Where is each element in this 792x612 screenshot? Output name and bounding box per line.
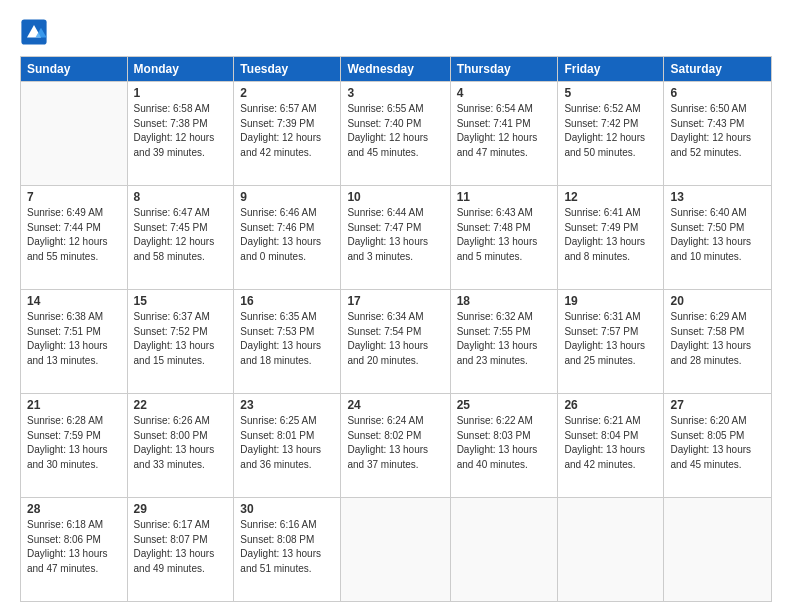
day-number: 29 xyxy=(134,502,228,516)
calendar-header-monday: Monday xyxy=(127,57,234,82)
calendar-cell: 29Sunrise: 6:17 AM Sunset: 8:07 PM Dayli… xyxy=(127,498,234,602)
day-number: 16 xyxy=(240,294,334,308)
calendar-cell: 8Sunrise: 6:47 AM Sunset: 7:45 PM Daylig… xyxy=(127,186,234,290)
calendar-cell: 21Sunrise: 6:28 AM Sunset: 7:59 PM Dayli… xyxy=(21,394,128,498)
logo xyxy=(20,18,52,46)
day-number: 5 xyxy=(564,86,657,100)
calendar-week-row: 14Sunrise: 6:38 AM Sunset: 7:51 PM Dayli… xyxy=(21,290,772,394)
calendar-cell: 6Sunrise: 6:50 AM Sunset: 7:43 PM Daylig… xyxy=(664,82,772,186)
day-info: Sunrise: 6:34 AM Sunset: 7:54 PM Dayligh… xyxy=(347,310,443,368)
header xyxy=(20,18,772,46)
calendar-cell xyxy=(664,498,772,602)
day-info: Sunrise: 6:46 AM Sunset: 7:46 PM Dayligh… xyxy=(240,206,334,264)
day-info: Sunrise: 6:43 AM Sunset: 7:48 PM Dayligh… xyxy=(457,206,552,264)
day-number: 12 xyxy=(564,190,657,204)
day-info: Sunrise: 6:40 AM Sunset: 7:50 PM Dayligh… xyxy=(670,206,765,264)
day-number: 4 xyxy=(457,86,552,100)
day-number: 17 xyxy=(347,294,443,308)
calendar-cell: 5Sunrise: 6:52 AM Sunset: 7:42 PM Daylig… xyxy=(558,82,664,186)
day-number: 11 xyxy=(457,190,552,204)
day-info: Sunrise: 6:50 AM Sunset: 7:43 PM Dayligh… xyxy=(670,102,765,160)
day-info: Sunrise: 6:25 AM Sunset: 8:01 PM Dayligh… xyxy=(240,414,334,472)
day-info: Sunrise: 6:47 AM Sunset: 7:45 PM Dayligh… xyxy=(134,206,228,264)
calendar-cell: 20Sunrise: 6:29 AM Sunset: 7:58 PM Dayli… xyxy=(664,290,772,394)
calendar-cell: 24Sunrise: 6:24 AM Sunset: 8:02 PM Dayli… xyxy=(341,394,450,498)
day-number: 9 xyxy=(240,190,334,204)
calendar-cell: 10Sunrise: 6:44 AM Sunset: 7:47 PM Dayli… xyxy=(341,186,450,290)
day-number: 26 xyxy=(564,398,657,412)
calendar-cell: 9Sunrise: 6:46 AM Sunset: 7:46 PM Daylig… xyxy=(234,186,341,290)
day-info: Sunrise: 6:20 AM Sunset: 8:05 PM Dayligh… xyxy=(670,414,765,472)
day-info: Sunrise: 6:22 AM Sunset: 8:03 PM Dayligh… xyxy=(457,414,552,472)
day-info: Sunrise: 6:26 AM Sunset: 8:00 PM Dayligh… xyxy=(134,414,228,472)
calendar-cell xyxy=(21,82,128,186)
day-number: 13 xyxy=(670,190,765,204)
day-number: 30 xyxy=(240,502,334,516)
calendar-cell: 7Sunrise: 6:49 AM Sunset: 7:44 PM Daylig… xyxy=(21,186,128,290)
day-info: Sunrise: 6:37 AM Sunset: 7:52 PM Dayligh… xyxy=(134,310,228,368)
calendar-cell: 15Sunrise: 6:37 AM Sunset: 7:52 PM Dayli… xyxy=(127,290,234,394)
day-info: Sunrise: 6:28 AM Sunset: 7:59 PM Dayligh… xyxy=(27,414,121,472)
day-info: Sunrise: 6:32 AM Sunset: 7:55 PM Dayligh… xyxy=(457,310,552,368)
day-info: Sunrise: 6:31 AM Sunset: 7:57 PM Dayligh… xyxy=(564,310,657,368)
day-number: 14 xyxy=(27,294,121,308)
day-info: Sunrise: 6:24 AM Sunset: 8:02 PM Dayligh… xyxy=(347,414,443,472)
calendar-cell: 13Sunrise: 6:40 AM Sunset: 7:50 PM Dayli… xyxy=(664,186,772,290)
calendar-cell: 3Sunrise: 6:55 AM Sunset: 7:40 PM Daylig… xyxy=(341,82,450,186)
day-info: Sunrise: 6:57 AM Sunset: 7:39 PM Dayligh… xyxy=(240,102,334,160)
calendar-cell: 16Sunrise: 6:35 AM Sunset: 7:53 PM Dayli… xyxy=(234,290,341,394)
day-info: Sunrise: 6:49 AM Sunset: 7:44 PM Dayligh… xyxy=(27,206,121,264)
day-info: Sunrise: 6:16 AM Sunset: 8:08 PM Dayligh… xyxy=(240,518,334,576)
day-number: 18 xyxy=(457,294,552,308)
calendar-header-thursday: Thursday xyxy=(450,57,558,82)
calendar-header-saturday: Saturday xyxy=(664,57,772,82)
calendar-header-friday: Friday xyxy=(558,57,664,82)
day-number: 1 xyxy=(134,86,228,100)
calendar-cell: 26Sunrise: 6:21 AM Sunset: 8:04 PM Dayli… xyxy=(558,394,664,498)
day-info: Sunrise: 6:29 AM Sunset: 7:58 PM Dayligh… xyxy=(670,310,765,368)
calendar-header-sunday: Sunday xyxy=(21,57,128,82)
day-info: Sunrise: 6:52 AM Sunset: 7:42 PM Dayligh… xyxy=(564,102,657,160)
calendar-cell: 30Sunrise: 6:16 AM Sunset: 8:08 PM Dayli… xyxy=(234,498,341,602)
calendar-table: SundayMondayTuesdayWednesdayThursdayFrid… xyxy=(20,56,772,602)
calendar-week-row: 28Sunrise: 6:18 AM Sunset: 8:06 PM Dayli… xyxy=(21,498,772,602)
day-info: Sunrise: 6:35 AM Sunset: 7:53 PM Dayligh… xyxy=(240,310,334,368)
day-number: 27 xyxy=(670,398,765,412)
day-number: 8 xyxy=(134,190,228,204)
calendar-cell xyxy=(341,498,450,602)
calendar-cell: 25Sunrise: 6:22 AM Sunset: 8:03 PM Dayli… xyxy=(450,394,558,498)
calendar-cell xyxy=(450,498,558,602)
day-number: 28 xyxy=(27,502,121,516)
day-number: 7 xyxy=(27,190,121,204)
day-number: 19 xyxy=(564,294,657,308)
calendar-cell: 17Sunrise: 6:34 AM Sunset: 7:54 PM Dayli… xyxy=(341,290,450,394)
calendar-cell: 12Sunrise: 6:41 AM Sunset: 7:49 PM Dayli… xyxy=(558,186,664,290)
day-number: 15 xyxy=(134,294,228,308)
day-info: Sunrise: 6:21 AM Sunset: 8:04 PM Dayligh… xyxy=(564,414,657,472)
calendar-week-row: 1Sunrise: 6:58 AM Sunset: 7:38 PM Daylig… xyxy=(21,82,772,186)
logo-icon xyxy=(20,18,48,46)
calendar-cell: 14Sunrise: 6:38 AM Sunset: 7:51 PM Dayli… xyxy=(21,290,128,394)
day-number: 2 xyxy=(240,86,334,100)
day-number: 24 xyxy=(347,398,443,412)
day-info: Sunrise: 6:17 AM Sunset: 8:07 PM Dayligh… xyxy=(134,518,228,576)
calendar-cell: 18Sunrise: 6:32 AM Sunset: 7:55 PM Dayli… xyxy=(450,290,558,394)
calendar-cell: 23Sunrise: 6:25 AM Sunset: 8:01 PM Dayli… xyxy=(234,394,341,498)
day-info: Sunrise: 6:58 AM Sunset: 7:38 PM Dayligh… xyxy=(134,102,228,160)
calendar-week-row: 21Sunrise: 6:28 AM Sunset: 7:59 PM Dayli… xyxy=(21,394,772,498)
day-info: Sunrise: 6:18 AM Sunset: 8:06 PM Dayligh… xyxy=(27,518,121,576)
day-info: Sunrise: 6:55 AM Sunset: 7:40 PM Dayligh… xyxy=(347,102,443,160)
day-number: 23 xyxy=(240,398,334,412)
calendar-week-row: 7Sunrise: 6:49 AM Sunset: 7:44 PM Daylig… xyxy=(21,186,772,290)
calendar-cell: 22Sunrise: 6:26 AM Sunset: 8:00 PM Dayli… xyxy=(127,394,234,498)
calendar-cell: 4Sunrise: 6:54 AM Sunset: 7:41 PM Daylig… xyxy=(450,82,558,186)
calendar-cell: 2Sunrise: 6:57 AM Sunset: 7:39 PM Daylig… xyxy=(234,82,341,186)
calendar-cell xyxy=(558,498,664,602)
calendar-cell: 1Sunrise: 6:58 AM Sunset: 7:38 PM Daylig… xyxy=(127,82,234,186)
day-number: 22 xyxy=(134,398,228,412)
day-number: 10 xyxy=(347,190,443,204)
day-info: Sunrise: 6:54 AM Sunset: 7:41 PM Dayligh… xyxy=(457,102,552,160)
day-number: 6 xyxy=(670,86,765,100)
calendar-cell: 28Sunrise: 6:18 AM Sunset: 8:06 PM Dayli… xyxy=(21,498,128,602)
calendar-header-wednesday: Wednesday xyxy=(341,57,450,82)
